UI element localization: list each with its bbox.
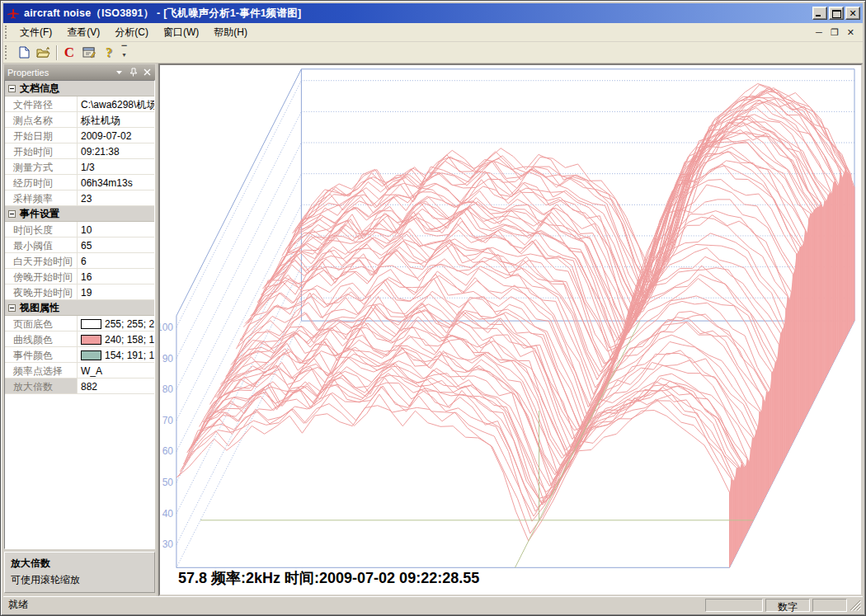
- property-row-time-length: 时间长度 10: [5, 222, 154, 237]
- property-form-icon: [82, 46, 96, 59]
- maximize-button[interactable]: [829, 7, 844, 20]
- window-title: aircraft noise（ISO3891） - [飞机噪声分析1-事件1频谱…: [24, 7, 812, 21]
- toolbar-grip[interactable]: [5, 45, 9, 60]
- property-row-elapsed-time: 经历时间 06h34m13s: [5, 175, 154, 190]
- collapse-minus-icon[interactable]: [8, 304, 16, 312]
- panel-menu-chevron-icon[interactable]: [115, 68, 124, 77]
- new-document-icon: [19, 46, 30, 59]
- panel-pin-icon[interactable]: [129, 68, 138, 77]
- property-row-day-start: 白天开始时间 6: [5, 253, 154, 269]
- property-row-page-bgcolor: 页面底色 255; 255; 25: [5, 316, 154, 332]
- status-pane-num: 数字: [765, 599, 810, 612]
- minimize-button[interactable]: [812, 7, 827, 20]
- open-file-button[interactable]: [34, 44, 54, 62]
- app-window: aircraft noise（ISO3891） - [飞机噪声分析1-事件1频谱…: [0, 0, 866, 616]
- property-row-start-date: 开始日期 2009-07-02: [5, 128, 154, 143]
- help-button[interactable]: ?: [99, 44, 119, 62]
- collapse-minus-icon[interactable]: [8, 210, 16, 218]
- menu-window[interactable]: 窗口(W): [156, 23, 206, 42]
- page-bg-color-swatch[interactable]: [81, 319, 101, 329]
- svg-text:50: 50: [162, 477, 174, 488]
- property-row-min-threshold: 最小阈值 65: [5, 237, 154, 253]
- status-bar: 就绪 数字: [3, 596, 863, 613]
- svg-text:60: 60: [162, 445, 174, 457]
- svg-text:40: 40: [162, 508, 174, 520]
- spectrogram-view[interactable]: 30405060708090100 57.8 频率:2kHz 时间:2009-0…: [158, 63, 863, 596]
- property-row-event-color: 事件颜色 154; 191; 18: [5, 347, 154, 363]
- property-row-curve-color: 曲线颜色 240; 158; 15: [5, 332, 154, 347]
- svg-text:90: 90: [162, 353, 174, 364]
- section-event-settings[interactable]: 事件设置: [5, 206, 154, 222]
- status-message: 就绪: [8, 598, 703, 612]
- property-row-site-name: 测点名称 栎社机场: [5, 112, 154, 128]
- property-row-night-start: 夜晚开始时间 19: [5, 284, 154, 300]
- status-pane-2: [812, 599, 847, 612]
- main-area: Properties 文档信息 文件路径 C:\awa6298\机场 测点: [3, 63, 863, 596]
- section-view-properties[interactable]: 视图属性: [5, 300, 154, 316]
- overflow-chevron-icon: ▾: [122, 53, 125, 58]
- new-file-button[interactable]: [14, 44, 34, 62]
- collapse-minus-icon[interactable]: [8, 85, 16, 92]
- menu-analyze[interactable]: 分析(C): [107, 23, 156, 42]
- mdi-minimize-icon[interactable]: ─: [816, 28, 822, 37]
- event-color-swatch[interactable]: [81, 350, 101, 360]
- property-row-start-time: 开始时间 09:21:38: [5, 143, 154, 159]
- menu-view[interactable]: 查看(V): [59, 23, 107, 42]
- menu-file[interactable]: 文件(F): [12, 23, 59, 42]
- property-row-zoom-factor: 放大倍数 882: [5, 379, 154, 394]
- mdi-close-icon[interactable]: ✕: [847, 28, 854, 37]
- property-description-title: 放大倍数: [11, 557, 148, 571]
- close-button[interactable]: ✕: [845, 7, 860, 20]
- toolbar-separator: [56, 45, 57, 60]
- svg-text:80: 80: [162, 383, 174, 395]
- properties-panel: Properties 文档信息 文件路径 C:\awa6298\机场 测点: [3, 63, 157, 596]
- property-row-freq-point: 频率点选择 W_A: [5, 363, 154, 379]
- toolbar: C ? ▔▾: [3, 42, 863, 63]
- toolbar-overflow-button[interactable]: ▔▾: [119, 44, 129, 62]
- menu-help[interactable]: 帮助(H): [206, 23, 255, 42]
- svg-text:100: 100: [160, 322, 173, 333]
- cursor-readout: 57.8 频率:2kHz 时间:2009-07-02 09:22:28.55: [178, 568, 479, 588]
- property-row-sample-rate: 采样频率 23: [5, 190, 154, 206]
- title-bar[interactable]: aircraft noise（ISO3891） - [飞机噪声分析1-事件1频谱…: [3, 3, 863, 23]
- mdi-restore-icon[interactable]: ❐: [831, 28, 839, 37]
- properties-dialog-button[interactable]: [79, 44, 99, 62]
- c-icon: C: [64, 45, 74, 59]
- waterfall-3d-chart[interactable]: 30405060708090100: [160, 65, 861, 595]
- help-icon: ?: [106, 46, 112, 59]
- analysis-c-button[interactable]: C: [59, 44, 79, 62]
- app-airplane-icon: [6, 7, 21, 20]
- resize-grip[interactable]: [850, 600, 861, 611]
- property-description-text: 可使用滚轮缩放: [11, 573, 148, 587]
- menubar-grip[interactable]: [5, 26, 9, 38]
- curve-color-swatch[interactable]: [81, 335, 101, 345]
- panel-close-icon[interactable]: [143, 68, 152, 77]
- svg-text:70: 70: [162, 415, 174, 426]
- menu-bar: 文件(F) 查看(V) 分析(C) 窗口(W) 帮助(H) ─ ❐ ✕: [3, 23, 863, 42]
- property-row-measure-mode: 测量方式 1/3: [5, 159, 154, 175]
- properties-panel-header[interactable]: Properties: [4, 64, 155, 80]
- property-description-box: 放大倍数 可使用滚轮缩放: [4, 552, 155, 593]
- status-pane-1: [705, 599, 763, 612]
- panel-title: Properties: [7, 68, 115, 78]
- section-document-info[interactable]: 文档信息: [5, 81, 154, 96]
- svg-text:30: 30: [162, 538, 174, 550]
- property-row-evening-start: 傍晚开始时间 16: [5, 269, 154, 284]
- property-grid: 文档信息 文件路径 C:\awa6298\机场 测点名称 栎社机场 开始日期 2…: [4, 80, 155, 549]
- open-folder-icon: [36, 47, 51, 59]
- property-row-file-path: 文件路径 C:\awa6298\机场: [5, 96, 154, 112]
